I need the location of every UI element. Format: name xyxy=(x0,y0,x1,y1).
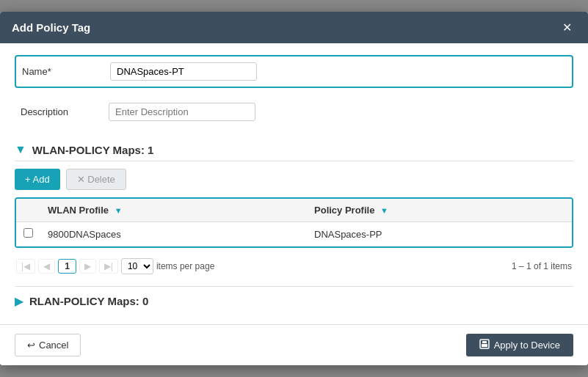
add-button[interactable]: + Add xyxy=(15,169,60,190)
table-toolbar: + Add ✕ Delete xyxy=(15,169,573,190)
policy-profile-sort-icon[interactable]: ▼ xyxy=(380,206,388,215)
pagination-range-text: 1 – 1 of 1 items xyxy=(512,261,572,271)
pagination-next-button[interactable]: ▶ xyxy=(79,259,96,274)
modal-title: Add Policy Tag xyxy=(12,21,90,34)
rlan-chevron-icon[interactable]: ▶ xyxy=(15,294,23,308)
modal-header: Add Policy Tag ✕ xyxy=(0,12,588,43)
pagination-first-button[interactable]: |◀ xyxy=(16,259,35,274)
modal-close-button[interactable]: ✕ xyxy=(558,19,576,36)
cancel-icon: ↩ xyxy=(27,340,35,351)
wlan-section-title: WLAN-POLICY Maps: 1 xyxy=(32,144,154,156)
name-input[interactable] xyxy=(110,62,257,81)
table-checkbox-header xyxy=(16,199,40,222)
cancel-label: Cancel xyxy=(39,340,68,351)
row-checkbox[interactable] xyxy=(23,228,33,238)
pagination-per-page-select[interactable]: 10 25 50 xyxy=(121,258,153,274)
pagination-left: |◀ ◀ 1 ▶ ▶| 10 25 50 items per page xyxy=(16,258,214,274)
apply-to-device-button[interactable]: Apply to Device xyxy=(466,334,573,356)
wlan-policy-table: WLAN Profile ▼ Policy Profile ▼ xyxy=(15,197,573,248)
wlan-profile-cell: 9800DNASpaces xyxy=(40,222,307,246)
description-input[interactable] xyxy=(109,103,255,121)
col-header-wlan-profile[interactable]: WLAN Profile ▼ xyxy=(40,199,307,222)
pagination-last-button[interactable]: ▶| xyxy=(99,259,118,274)
pagination: |◀ ◀ 1 ▶ ▶| 10 25 50 items per page 1 – … xyxy=(15,254,573,279)
delete-button: ✕ Delete xyxy=(66,169,126,190)
name-label: Name* xyxy=(22,66,110,77)
table-row: 9800DNASpaces DNASpaces-PP xyxy=(16,222,572,246)
wlan-profile-sort-icon[interactable]: ▼ xyxy=(115,206,123,215)
pagination-prev-button[interactable]: ◀ xyxy=(38,259,55,274)
rlan-section-title: RLAN-POLICY Maps: 0 xyxy=(29,295,148,307)
modal-footer: ↩ Cancel Apply to Device xyxy=(0,324,588,365)
name-field-row: Name* xyxy=(15,55,573,88)
svg-rect-1 xyxy=(482,344,487,347)
wlan-chevron-icon[interactable]: ▼ xyxy=(15,143,26,156)
modal-body: Name* Description ▼ WLAN-POLICY Maps: 1 … xyxy=(0,43,588,324)
pagination-items-label: items per page xyxy=(156,261,214,271)
policy-profile-cell: DNASpaces-PP xyxy=(307,222,572,246)
modal: Add Policy Tag ✕ Name* Description ▼ WLA… xyxy=(0,12,588,365)
cancel-button[interactable]: ↩ Cancel xyxy=(15,334,81,356)
wlan-section-header: ▼ WLAN-POLICY Maps: 1 xyxy=(15,136,573,161)
description-label: Description xyxy=(21,106,109,117)
pagination-current-page: 1 xyxy=(58,259,76,274)
rlan-section-header: ▶ RLAN-POLICY Maps: 0 xyxy=(15,286,573,312)
svg-rect-2 xyxy=(482,341,487,343)
description-field-row: Description xyxy=(15,97,573,127)
col-header-policy-profile[interactable]: Policy Profile ▼ xyxy=(307,199,572,222)
apply-icon xyxy=(479,339,490,351)
apply-label: Apply to Device xyxy=(494,340,560,351)
row-checkbox-cell[interactable] xyxy=(16,222,40,246)
